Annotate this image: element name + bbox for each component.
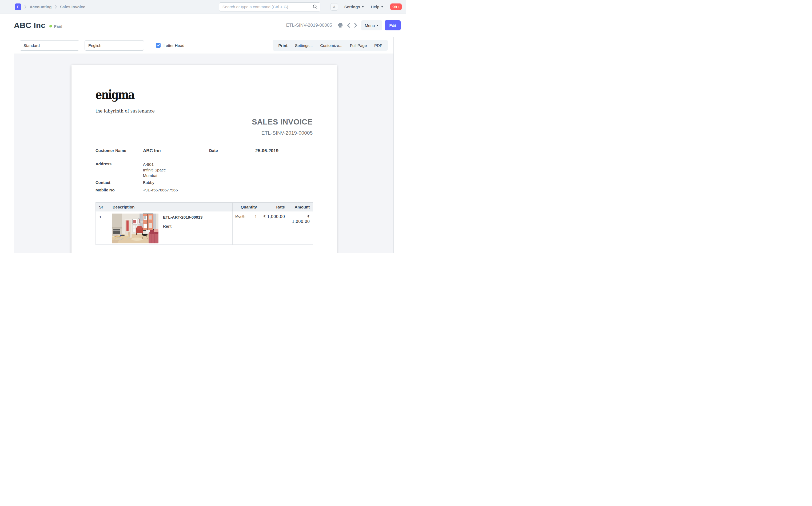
customize-button[interactable]: Customize... bbox=[316, 43, 346, 48]
address-label: Address bbox=[95, 162, 143, 178]
status-label: Paid bbox=[54, 24, 62, 28]
letter-head-toggle[interactable]: Letter Head bbox=[156, 43, 184, 48]
mobile-value: +91-456786677565 bbox=[143, 188, 204, 192]
print-toolbar: Standard English Letter Head Print Setti… bbox=[14, 37, 393, 54]
invoice-paper: enigma the labyrinth of sustenance SALES… bbox=[72, 65, 337, 253]
amount-cell: ₹ 1,000.00 bbox=[288, 212, 313, 245]
qty-value: 1 bbox=[255, 214, 257, 219]
breadcrumb-chevron-icon bbox=[24, 5, 27, 9]
app-logo[interactable]: E bbox=[15, 3, 21, 10]
breadcrumb-chevron-icon bbox=[55, 5, 57, 9]
status-dot-icon bbox=[49, 25, 52, 27]
print-view: Standard English Letter Head Print Setti… bbox=[14, 37, 394, 253]
language-select[interactable]: English bbox=[85, 40, 144, 51]
avatar[interactable]: A bbox=[330, 3, 338, 11]
search-icon[interactable] bbox=[313, 4, 318, 10]
chevron-down-icon bbox=[381, 6, 383, 7]
col-header-rate: Rate bbox=[261, 202, 288, 212]
navbar: E Accounting Sales Invoice A Settings He… bbox=[0, 0, 406, 14]
document-id: ETL-SINV-2019-00005 bbox=[286, 23, 332, 28]
date-label: Date bbox=[209, 148, 255, 154]
col-header-description: Description bbox=[109, 202, 233, 212]
edit-button[interactable]: Edit bbox=[385, 20, 401, 30]
address-line: Mumbai bbox=[143, 173, 204, 178]
address-line: A-901 bbox=[143, 162, 204, 167]
print-settings-button[interactable]: Settings... bbox=[291, 43, 317, 48]
settings-label: Settings bbox=[344, 5, 360, 9]
customer-name-value: ABC Inc bbox=[143, 148, 204, 154]
full-page-button[interactable]: Full Page bbox=[346, 43, 371, 48]
search-input[interactable] bbox=[219, 2, 320, 11]
checkbox-checked-icon[interactable] bbox=[156, 43, 161, 48]
col-header-amount: Amount bbox=[288, 202, 313, 212]
item-photo bbox=[112, 214, 158, 245]
invoice-number: ETL-SINV-2019-00005 bbox=[95, 130, 313, 136]
status-badge: Paid bbox=[49, 24, 62, 28]
chevron-down-icon bbox=[376, 25, 378, 26]
quantity-cell: Month 1 bbox=[233, 212, 261, 245]
invoice-details: Customer Name ABC Inc Date 25-06-2019 Ad… bbox=[95, 148, 313, 192]
divider bbox=[95, 140, 313, 140]
letterhead-tagline: the labyrinth of sustenance bbox=[95, 108, 313, 113]
items-table: Sr Description Quantity Rate Amount 1 bbox=[95, 202, 313, 245]
address-line: Infiniti Space bbox=[143, 167, 204, 173]
navbar-right: A Settings Help 99+ bbox=[219, 2, 402, 11]
table-row: 1 bbox=[96, 212, 313, 245]
pdf-button[interactable]: PDF bbox=[371, 43, 386, 48]
col-header-sr: Sr bbox=[96, 202, 109, 212]
col-header-quantity: Quantity bbox=[233, 202, 261, 212]
page-actions: ETL-SINV-2019-00005 Menu Edit bbox=[286, 20, 401, 30]
page-title: ABC Inc bbox=[14, 21, 45, 30]
rate-cell: ₹ 1,000.00 bbox=[261, 212, 288, 245]
letterhead-logo: enigma bbox=[95, 87, 274, 102]
breadcrumb-sales-invoice[interactable]: Sales Invoice bbox=[60, 5, 85, 9]
print-button[interactable]: Print bbox=[275, 43, 291, 48]
menu-button[interactable]: Menu bbox=[361, 20, 382, 30]
breadcrumb-accounting[interactable]: Accounting bbox=[29, 5, 52, 9]
invoice-title: SALES INVOICE bbox=[95, 117, 313, 126]
print-format-select[interactable]: Standard bbox=[20, 40, 79, 51]
help-label: Help bbox=[371, 5, 380, 9]
chevron-down-icon bbox=[362, 6, 364, 7]
customer-name-label: Customer Name bbox=[95, 148, 143, 154]
print-icon[interactable] bbox=[338, 23, 343, 28]
date-value: 25-06-2019 bbox=[255, 148, 313, 154]
description-cell: ETL-ART-2019-00013 Rent bbox=[109, 212, 233, 245]
print-preview-background: enigma the labyrinth of sustenance SALES… bbox=[14, 54, 393, 253]
uom-label: Month bbox=[235, 214, 245, 219]
help-menu[interactable]: Help bbox=[371, 5, 383, 9]
item-name: Rent bbox=[163, 224, 203, 229]
item-code: ETL-ART-2019-00013 bbox=[163, 215, 203, 220]
next-doc-icon[interactable] bbox=[354, 23, 358, 28]
settings-menu[interactable]: Settings bbox=[344, 5, 364, 9]
prev-doc-icon[interactable] bbox=[347, 23, 350, 28]
contact-label: Contact bbox=[95, 180, 143, 185]
items-table-header-row: Sr Description Quantity Rate Amount bbox=[96, 202, 313, 212]
print-actions-group: Print Settings... Customize... Full Page… bbox=[273, 40, 388, 51]
mobile-label: Mobile No bbox=[95, 188, 143, 192]
sr-cell: 1 bbox=[96, 212, 109, 245]
address-value: A-901 Infiniti Space Mumbai bbox=[143, 162, 204, 178]
menu-label: Menu bbox=[365, 23, 375, 28]
contact-value: Bobby bbox=[143, 180, 204, 185]
notifications-badge[interactable]: 99+ bbox=[390, 3, 402, 10]
letter-head-label: Letter Head bbox=[163, 43, 184, 48]
page-header: ABC Inc Paid ETL-SINV-2019-00005 Menu Ed… bbox=[0, 14, 406, 37]
global-search bbox=[219, 2, 320, 11]
